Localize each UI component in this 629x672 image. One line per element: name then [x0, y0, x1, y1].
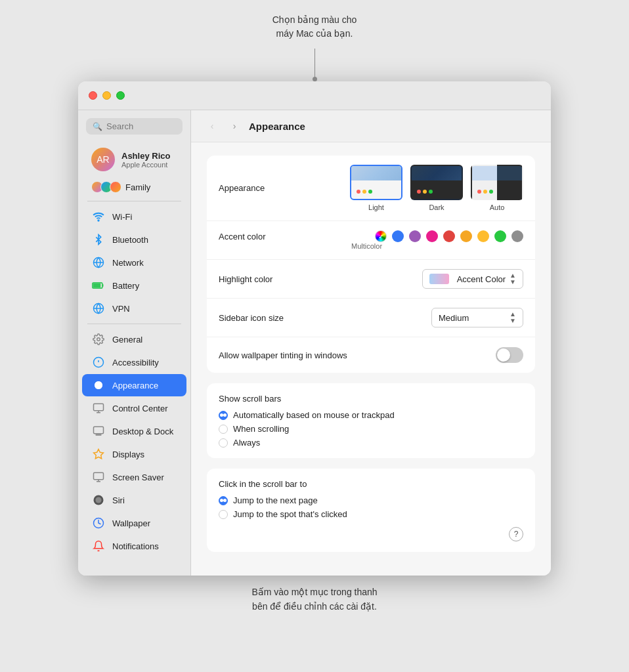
scroll-always-option[interactable]: Always — [219, 438, 523, 448]
light-label: Light — [368, 203, 384, 211]
sidebar-icon-size-dropdown[interactable]: Medium ▲▼ — [431, 308, 523, 327]
color-dot-orange[interactable] — [460, 230, 472, 242]
appearance-thumb-auto[interactable]: Auto — [471, 165, 523, 211]
displays-icon — [91, 447, 106, 461]
search-input[interactable] — [106, 121, 176, 131]
accessibility-icon — [91, 355, 106, 369]
family-avatars — [91, 181, 119, 193]
scroll-scrolling-option[interactable]: When scrolling — [219, 424, 523, 434]
svg-marker-17 — [94, 450, 104, 459]
scroll-always-label: Always — [233, 438, 260, 448]
sidebar-item-control-center[interactable]: Control Center — [82, 397, 186, 419]
svg-point-6 — [97, 338, 100, 341]
color-dot-yellow[interactable] — [477, 230, 489, 242]
dark-label: Dark — [429, 203, 444, 211]
network-icon — [91, 255, 106, 270]
sidebar-item-wifi[interactable]: Wi-Fi — [82, 205, 186, 228]
scroll-auto-radio[interactable] — [219, 411, 228, 420]
scroll-click-title: Click in the scroll bar to — [219, 479, 523, 489]
accent-color-selected-label: Multicolor — [350, 242, 382, 250]
appearance-thumb-light[interactable]: Light — [350, 165, 402, 211]
scroll-auto-option[interactable]: Automatically based on mouse or trackpad — [219, 410, 523, 420]
svg-rect-4 — [93, 284, 101, 288]
close-button[interactable] — [89, 91, 97, 100]
color-dot-multicolor[interactable] — [375, 230, 387, 242]
search-bar[interactable]: 🔍 — [86, 118, 183, 135]
title-bar — [78, 81, 551, 110]
sidebar-item-label: Displays — [112, 450, 144, 459]
toggle-knob — [497, 348, 510, 362]
wallpaper-tinting-toggle[interactable] — [496, 347, 523, 363]
maximize-button[interactable] — [116, 91, 125, 100]
svg-point-20 — [96, 497, 102, 503]
sidebar-item-desktop-dock[interactable]: Desktop & Dock — [82, 420, 186, 442]
scroll-always-radio[interactable] — [219, 438, 228, 448]
sidebar-item-displays[interactable]: Displays — [82, 443, 186, 465]
sidebar-item-network[interactable]: Network — [82, 251, 186, 274]
scroll-click-next-option[interactable]: Jump to the next page — [219, 495, 523, 505]
svg-rect-12 — [94, 404, 104, 411]
general-icon — [91, 332, 106, 346]
sidebar-item-battery[interactable]: Battery — [82, 274, 186, 297]
sidebar-item-label: Siri — [112, 495, 125, 505]
scroll-click-next-radio[interactable] — [219, 496, 228, 505]
svg-point-11 — [97, 383, 100, 387]
scroll-click-spot-label: Jump to the spot that's clicked — [233, 509, 347, 519]
minimize-button[interactable] — [102, 91, 111, 100]
auto-label: Auto — [490, 203, 505, 211]
user-subtitle: Apple Account — [121, 161, 170, 169]
scroll-scrolling-radio[interactable] — [219, 425, 228, 434]
color-dot-graphite[interactable] — [511, 230, 523, 242]
tooltip-top: Chọn bảng màu chomáy Mac của bạn. — [272, 13, 357, 41]
scroll-click-section: Click in the scroll bar to Jump to the n… — [207, 469, 535, 552]
back-button[interactable]: ‹ — [204, 118, 220, 134]
appearance-options: Light — [350, 165, 523, 211]
wallpaper-tinting-control — [350, 347, 523, 363]
auto-thumb[interactable] — [471, 165, 523, 200]
color-dot-pink[interactable] — [426, 230, 438, 242]
chevron-updown-icon: ▲▼ — [510, 272, 516, 285]
sidebar-item-label: Wallpaper — [112, 518, 150, 528]
help-button[interactable]: ? — [509, 527, 523, 541]
sidebar-item-bluetooth[interactable]: Bluetooth — [82, 228, 186, 251]
color-dot-purple[interactable] — [409, 230, 421, 242]
scroll-bars-section: Show scroll bars Automatically based on … — [207, 383, 535, 458]
sidebar-item-family[interactable]: Family — [82, 177, 186, 197]
avatar: AR — [91, 148, 115, 171]
sidebar-item-appearance[interactable]: Appearance — [82, 374, 186, 396]
sidebar-item-accessibility[interactable]: Accessibility — [82, 351, 186, 373]
user-info: Ashley Rico Apple Account — [121, 151, 170, 169]
light-thumb[interactable] — [350, 165, 402, 200]
user-profile[interactable]: AR Ashley Rico Apple Account — [82, 142, 186, 177]
forward-button[interactable]: › — [227, 118, 242, 134]
scroll-bars-title: Show scroll bars — [219, 394, 523, 404]
panel-header: ‹ › Appearance — [191, 110, 551, 142]
family-label: Family — [125, 182, 150, 192]
color-dot-green[interactable] — [494, 230, 506, 242]
sidebar-icon-size-control: Medium ▲▼ — [350, 308, 523, 327]
panel-body: Appearance — [191, 142, 551, 576]
chevron-updown-icon: ▲▼ — [510, 311, 516, 324]
sidebar-item-label: Wi-Fi — [112, 212, 132, 222]
highlight-color-dropdown[interactable]: Accent Color ▲▼ — [422, 269, 523, 289]
sidebar-item-siri[interactable]: Siri — [82, 489, 186, 511]
dark-thumb[interactable] — [410, 165, 463, 200]
screen-saver-icon — [91, 470, 106, 484]
sidebar-item-label: Network — [112, 258, 144, 268]
appearance-thumb-dark[interactable]: Dark — [410, 165, 463, 211]
color-dot-blue[interactable] — [392, 230, 404, 242]
scroll-click-spot-radio[interactable] — [219, 510, 228, 519]
sidebar-item-label: Screen Saver — [112, 472, 164, 482]
bluetooth-icon — [91, 232, 106, 247]
sidebar-item-screen-saver[interactable]: Screen Saver — [82, 466, 186, 488]
scroll-click-spot-option[interactable]: Jump to the spot that's clicked — [219, 509, 523, 519]
control-center-icon — [91, 401, 106, 415]
vpn-icon — [91, 301, 106, 316]
sidebar-item-vpn[interactable]: VPN — [82, 297, 186, 320]
sidebar-item-notifications[interactable]: Notifications — [82, 535, 186, 557]
sidebar-item-general[interactable]: General — [82, 328, 186, 350]
accent-color-label: Accent color — [219, 232, 350, 242]
sidebar-item-wallpaper[interactable]: Wallpaper — [82, 512, 186, 534]
color-dot-red[interactable] — [443, 230, 455, 242]
appearance-control: Light — [350, 165, 523, 211]
